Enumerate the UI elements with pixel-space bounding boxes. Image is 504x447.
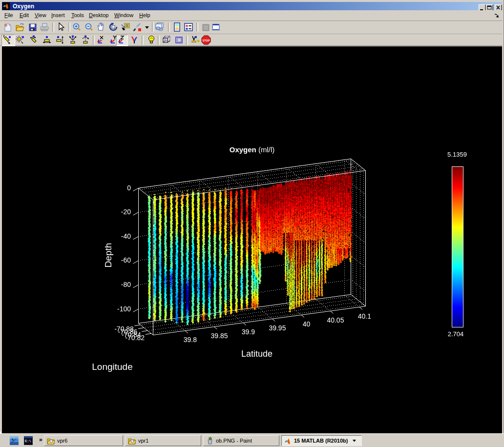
svg-text:STOP: STOP — [203, 39, 210, 42]
svg-text:C:\: C:\ — [25, 439, 31, 443]
